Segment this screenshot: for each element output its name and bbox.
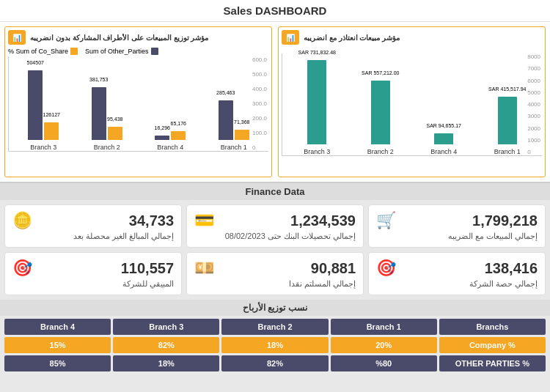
bar-value-orange-branch3: 126127 bbox=[43, 112, 60, 117]
bar-group-branch1: 285,463 71,368 Branch 1 bbox=[219, 100, 249, 151]
profit-cell-r1-c2: 18% bbox=[221, 337, 328, 353]
chart-left-bars: 504507 126127 Branch 3 381,753 bbox=[8, 56, 268, 152]
profit-cell-r1-c0: 15% bbox=[4, 337, 111, 353]
chart-right-title-bar: مؤشر مبيعات انعتاذر مع انضريبه 📊 bbox=[282, 30, 542, 45]
legend-label-dark: Sum of Other_Parties bbox=[85, 48, 149, 55]
branch-r-label-3: Branch 3 bbox=[304, 148, 330, 155]
finance-value-2: 1,799,218 bbox=[472, 212, 538, 229]
bar-orange-branch4 bbox=[171, 131, 186, 140]
legend-item-dark: Sum of Other_Parties bbox=[85, 48, 158, 55]
chart-right: مؤشر مبيعات انعتاذر مع انضريبه 📊 SAR 731… bbox=[278, 26, 546, 177]
branch-label-4: Branch 4 bbox=[157, 144, 183, 151]
profit-col-branch4: Branch 4 bbox=[4, 319, 111, 335]
chart-right-title: مؤشر مبيعات انعتاذر مع انضريبه bbox=[304, 34, 400, 42]
profit-table: Branch 4 Branch 3 Branch 2 Branch 1 Bran… bbox=[0, 316, 550, 374]
branch-label-2-left: Branch 2 bbox=[94, 144, 120, 151]
profit-col-branchs: Branchs bbox=[439, 319, 546, 335]
bar-group-r-branch2: SAR 557,212.00 Branch 2 bbox=[367, 81, 394, 155]
bar-group-branch4: 16,296 65,176 Branch 4 bbox=[155, 131, 186, 151]
y-axis-left: 600.0500.0400.0300.0200.0100.00 bbox=[251, 56, 268, 151]
finance-value-4: 90,881 bbox=[311, 260, 356, 277]
bar-value-orange-branch4: 65,176 bbox=[171, 121, 186, 126]
finance-card-1: 1,234,539 💳 إجمالي تحصيلات البنك حتى 08/… bbox=[186, 204, 364, 248]
branch-label-3: Branch 3 bbox=[30, 144, 56, 151]
chart-left-legend: Sum of Other_Parties Sum of Co_Share % bbox=[8, 48, 268, 55]
profit-cell-r2-c0: 85% bbox=[4, 355, 111, 371]
profit-cell-r1-c3: 20% bbox=[331, 337, 437, 353]
finance-value-0: 34,733 bbox=[129, 212, 174, 229]
bar-group-branch3: 504507 126127 Branch 3 bbox=[28, 70, 59, 151]
finance-value-1: 1,234,539 bbox=[290, 212, 356, 229]
bar-value-dark-branch1: 285,463 bbox=[216, 90, 235, 95]
profit-col-branch3: Branch 3 bbox=[113, 319, 219, 335]
bar-dark-branch4 bbox=[155, 136, 169, 140]
bar-value-orange-branch1: 71,368 bbox=[234, 119, 249, 125]
bar-dark-branch2 bbox=[92, 87, 106, 140]
legend-label-orange: Sum of Co_Share % bbox=[8, 48, 68, 55]
finance-title-0: إجمالي المبالغ الغير محصلة بعد bbox=[12, 232, 174, 241]
bar-teal-branch1 bbox=[498, 97, 517, 144]
legend-dot-orange bbox=[70, 48, 78, 55]
bar-group-r-branch1: SAR 415,517.94 Branch 1 bbox=[494, 97, 521, 155]
bar-group-r-branch4: SAR 94,655.17 Branch 4 bbox=[430, 133, 457, 155]
profit-cell-r1-c4: Company % bbox=[439, 337, 546, 353]
bar-value-dark-branch2: 381,753 bbox=[89, 77, 108, 82]
profit-cell-r2-c1: 18% bbox=[113, 355, 219, 371]
chart-right-bars: SAR 731,832.48 Branch 3 SAR 557,212.00 B… bbox=[282, 53, 542, 156]
finance-icon-3: 🎯 bbox=[12, 259, 32, 278]
finance-title-1: إجمالي تحصيلات البنك حتى 08/02/2023 bbox=[194, 232, 356, 241]
bar-sar-branch2: SAR 557,212.00 bbox=[362, 70, 399, 75]
finance-card-2: 1,799,218 🛒 إجمالي المبيعات مع الضريبه bbox=[368, 204, 546, 248]
finance-icon-0: 🪙 bbox=[12, 211, 32, 230]
finance-card-3: 110,557 🎯 المبيقي للشركة bbox=[4, 252, 182, 295]
chart-left: مؤشر توزيع المبيعات على الأطراف المشاركة… bbox=[4, 26, 272, 177]
bar-value-dark-branch4: 16,296 bbox=[155, 125, 170, 130]
bar-dark-branch3 bbox=[28, 70, 43, 140]
bar-teal-branch3 bbox=[307, 60, 326, 144]
finance-icon-4: 💴 bbox=[194, 259, 214, 278]
branch-r-label-4: Branch 4 bbox=[430, 148, 457, 155]
finance-value-3: 110,557 bbox=[121, 260, 174, 277]
bar-orange-branch3 bbox=[44, 122, 59, 140]
bar-sar-branch3: SAR 731,832.48 bbox=[298, 50, 336, 55]
bar-orange-branch1 bbox=[235, 130, 249, 140]
profit-cell-r2-c2: 82% bbox=[221, 355, 328, 371]
bar-sar-branch1: SAR 415,517.94 bbox=[488, 86, 526, 92]
branch-r-label-1: Branch 1 bbox=[494, 148, 521, 155]
bar-teal-branch4 bbox=[434, 133, 453, 144]
finance-grid: 34,733 🪙 إجمالي المبالغ الغير محصلة بعد … bbox=[0, 200, 550, 300]
profit-col-branch1: Branch 1 bbox=[331, 319, 437, 335]
profit-cell-r1-c1: 82% bbox=[113, 337, 219, 353]
finance-icon-1: 💳 bbox=[194, 211, 214, 230]
page-title: Sales DASHBOARD bbox=[0, 0, 550, 22]
bar-teal-branch2 bbox=[371, 81, 390, 144]
legend-dot-dark bbox=[151, 48, 158, 55]
profit-row-1: 15% 82% 18% 20% Company % bbox=[4, 337, 546, 353]
bar-dark-branch1 bbox=[219, 100, 233, 140]
profit-col-branch2: Branch 2 bbox=[221, 319, 328, 335]
finance-title-2: إجمالي المبيعات مع الضريبه bbox=[376, 232, 538, 241]
bar-group-branch2: 381,753 95,438 Branch 2 bbox=[92, 87, 122, 151]
finance-icon-5: 🎯 bbox=[376, 259, 396, 278]
finance-title-4: إجمالي المسلتم نقدا bbox=[194, 279, 356, 289]
chart-left-title: مؤشر توزيع المبيعات على الأطراف المشاركة… bbox=[30, 34, 208, 42]
bar-value-orange-branch2: 95,438 bbox=[107, 117, 122, 122]
profit-cell-r2-c4: OTHER PARTIES % bbox=[439, 355, 546, 371]
finance-title-3: المبيقي للشركة bbox=[12, 279, 174, 289]
profit-cell-r2-c3: %80 bbox=[331, 355, 437, 371]
profit-header-row: Branch 4 Branch 3 Branch 2 Branch 1 Bran… bbox=[4, 319, 546, 335]
bar-value-dark-branch3: 504507 bbox=[27, 60, 44, 65]
chart-left-title-bar: مؤشر توزيع المبيعات على الأطراف المشاركة… bbox=[8, 30, 268, 45]
branch-label-1-left: Branch 1 bbox=[221, 144, 247, 151]
finance-header: Finance Data bbox=[0, 183, 550, 200]
finance-card-5: 138,416 🎯 إجمالي حصة الشركة bbox=[368, 252, 546, 295]
finance-card-4: 90,881 💴 إجمالي المسلتم نقدا bbox=[186, 252, 364, 295]
branch-r-label-2: Branch 2 bbox=[367, 148, 394, 155]
finance-icon-2: 🛒 bbox=[376, 211, 396, 230]
bar-orange-branch2 bbox=[108, 127, 122, 140]
y-axis-right: 800070006000500040003000200010000 bbox=[526, 53, 542, 155]
profit-header: نسب توزيع الأرباح bbox=[0, 300, 550, 316]
legend-item-orange: Sum of Co_Share % bbox=[8, 48, 78, 55]
bar-sar-branch4: SAR 94,655.17 bbox=[427, 123, 461, 128]
chart-left-icon: 📊 bbox=[8, 30, 26, 45]
